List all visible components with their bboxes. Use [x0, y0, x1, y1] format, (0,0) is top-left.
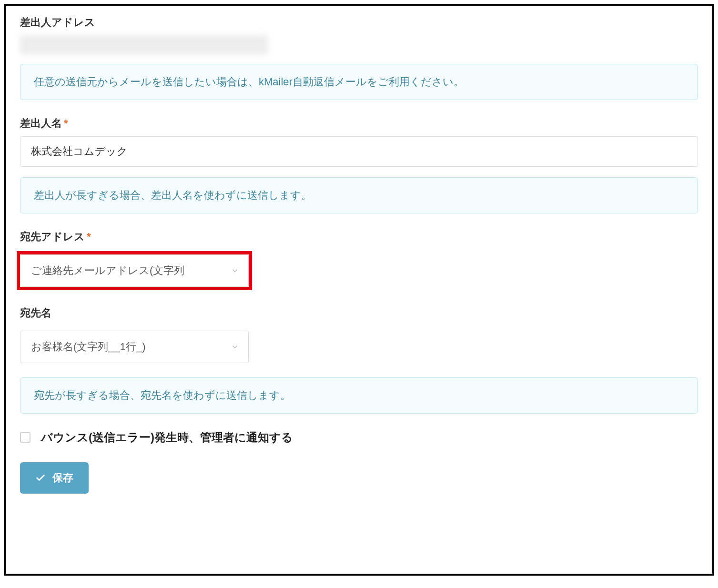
sender-name-label: 差出人名*: [20, 116, 698, 131]
required-mark: *: [64, 117, 68, 129]
bounce-notify-row: バウンス(送信エラー)発生時、管理者に通知する: [20, 430, 698, 445]
dest-address-select[interactable]: ご連絡先メールアドレス(文字列: [20, 254, 249, 287]
dest-name-info: 宛先が長すぎる場合、宛先名を使わずに送信します。: [20, 377, 698, 414]
sender-name-section: 差出人名* 差出人が長すぎる場合、差出人名を使わずに送信します。: [20, 116, 698, 213]
sender-address-info: 任意の送信元からメールを送信したい場合は、kMailer自動返信メールをご利用く…: [20, 64, 698, 100]
sender-address-label: 差出人アドレス: [20, 15, 698, 30]
dest-name-label-text: 宛先名: [20, 307, 51, 319]
dest-name-select[interactable]: お客様名(文字列__1行_): [20, 331, 249, 363]
save-button-label: 保存: [52, 471, 73, 485]
dest-address-select-value: ご連絡先メールアドレス(文字列: [20, 254, 249, 287]
required-mark: *: [87, 231, 91, 243]
sender-name-info: 差出人が長すぎる場合、差出人名を使わずに送信します。: [20, 177, 698, 213]
dest-address-label: 宛先アドレス*: [20, 230, 698, 244]
dest-name-section: 宛先名 お客様名(文字列__1行_) 宛先が長すぎる場合、宛先名を使わずに送信し…: [20, 306, 698, 414]
bounce-notify-label: バウンス(送信エラー)発生時、管理者に通知する: [41, 430, 293, 445]
check-icon: [35, 473, 46, 483]
dest-address-section: 宛先アドレス* ご連絡先メールアドレス(文字列: [20, 230, 698, 301]
form-container: 差出人アドレス 任意の送信元からメールを送信したい場合は、kMailer自動返信…: [4, 4, 714, 576]
dest-address-label-text: 宛先アドレス: [20, 231, 85, 243]
sender-address-value-redacted: [20, 35, 268, 54]
sender-address-section: 差出人アドレス 任意の送信元からメールを送信したい場合は、kMailer自動返信…: [20, 15, 698, 100]
dest-name-label: 宛先名: [20, 306, 698, 320]
sender-address-label-text: 差出人アドレス: [20, 16, 95, 28]
sender-name-label-text: 差出人名: [20, 117, 62, 129]
sender-name-input[interactable]: [20, 136, 698, 167]
bounce-notify-checkbox[interactable]: [20, 432, 30, 443]
save-button[interactable]: 保存: [20, 462, 89, 494]
dest-name-select-value: お客様名(文字列__1行_): [20, 331, 249, 363]
